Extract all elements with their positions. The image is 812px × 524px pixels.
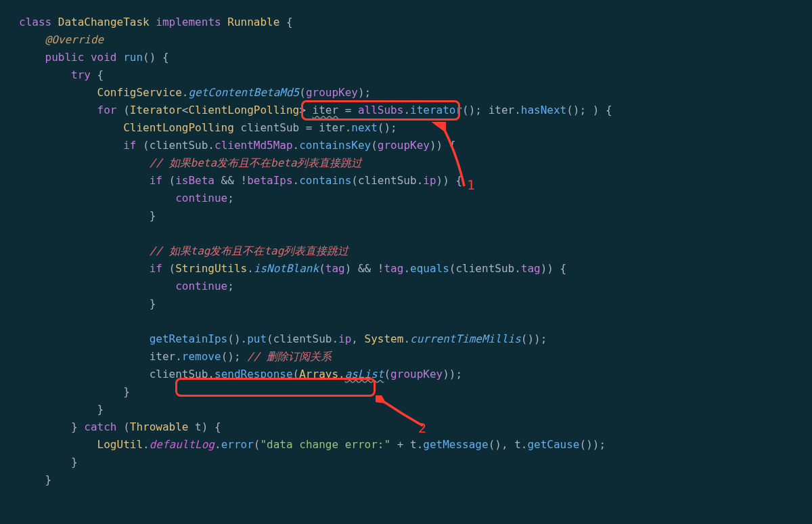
iface-name: Runnable (227, 16, 279, 28)
var-iter: iter (313, 104, 339, 116)
annotation-label-2: 2 (418, 417, 426, 439)
code-editor[interactable]: class DataChangeTask implements Runnable… (19, 14, 793, 489)
annotation-label-1: 1 (467, 174, 475, 196)
comment-remove: // 删除订阅关系 (247, 350, 332, 363)
annotation-override: @Override (45, 33, 104, 46)
class-name: DataChangeTask (58, 16, 150, 28)
kw-class: class (19, 16, 51, 28)
kw-implements: implements (156, 16, 221, 28)
comment-tag: // 如果tag发布且不在tag列表直接跳过 (150, 244, 349, 257)
comment-beta: // 如果beta发布且不在beta列表直接跳过 (150, 156, 362, 169)
